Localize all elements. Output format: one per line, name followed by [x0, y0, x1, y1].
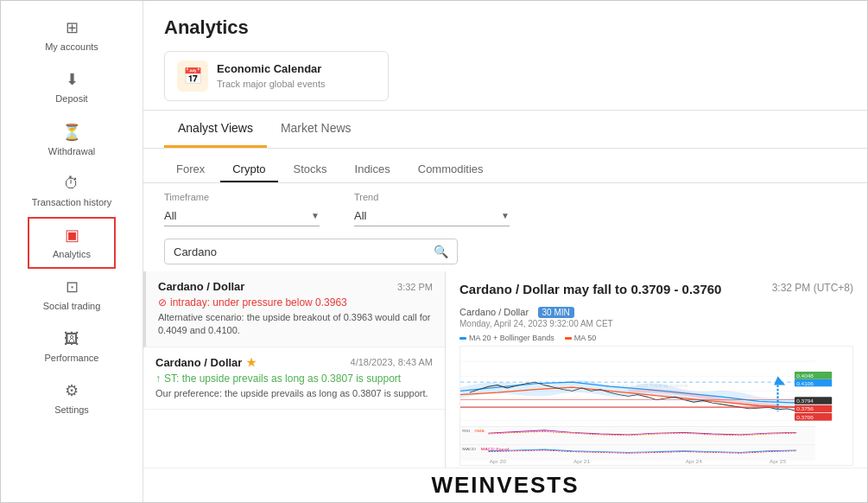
trend-select[interactable]: All ▼ — [354, 206, 510, 226]
trend-value: All — [354, 209, 366, 222]
star-icon: ★ — [246, 356, 257, 369]
item-title: Cardano / Dollar — [158, 280, 244, 293]
subtab-forex[interactable]: Forex — [164, 157, 217, 182]
chart-time: 3:32 PM (UTC+8) — [772, 282, 853, 294]
subtab-commodities[interactable]: Commodities — [406, 157, 496, 182]
svg-text:0.4106: 0.4106 — [796, 381, 814, 385]
promo-card[interactable]: 📅 Economic Calendar Track major global e… — [164, 51, 389, 101]
item-description: Alternative scenario: the upside breakou… — [158, 311, 433, 338]
search-row: 🔍 — [143, 235, 867, 271]
sidebar: ⊞ My accounts ⬇ Deposit ⏳ Withdrawal ⏱ T… — [1, 1, 143, 502]
sidebar-item-label: Deposit — [55, 92, 87, 105]
calendar-icon: 📅 — [177, 60, 208, 92]
svg-marker-6 — [774, 376, 785, 385]
trend-text: intraday: under pressure below 0.3963 — [170, 296, 347, 309]
list-item[interactable]: Cardano / Dollar 3:32 PM ⊘ intraday: und… — [143, 271, 445, 347]
trend-filter: Trend All ▼ — [354, 192, 510, 226]
subtab-stocks[interactable]: Stocks — [282, 157, 339, 182]
chart-subtitle-row: Cardano / Dollar 30 MIN — [459, 303, 853, 319]
svg-text:0.3706: 0.3706 — [796, 416, 814, 420]
page-header: Analytics 📅 Economic Calendar Track majo… — [143, 1, 867, 111]
legend-item: MA 50 — [565, 334, 597, 342]
trend-label: Trend — [354, 192, 510, 202]
timeframe-label: Timeframe — [164, 192, 320, 202]
sidebar-item-analytics[interactable]: ▣ Analytics — [28, 217, 117, 269]
sidebar-item-social-trading[interactable]: ⊡ Social trading — [28, 269, 117, 321]
weinvests-footer: WEINVESTS — [143, 468, 867, 502]
page-title: Analytics — [164, 16, 846, 39]
tab-analyst-views[interactable]: Analyst Views — [164, 111, 267, 148]
svg-text:RSI: RSI — [462, 430, 470, 433]
timeframe-value: All — [164, 209, 176, 222]
chart-area: 0.4106 0.4048 0.3794 0.3756 0.3706 Power… — [459, 346, 853, 466]
sidebar-item-label: Transaction history — [32, 196, 112, 208]
settings-icon: ⚙ — [65, 381, 79, 400]
svg-text:0.3794: 0.3794 — [796, 399, 814, 404]
promo-text: Economic Calendar Track major global eve… — [217, 62, 326, 91]
search-box[interactable]: 🔍 — [164, 239, 458, 264]
weinvests-logo: WEINVESTS — [431, 472, 579, 499]
app-container: ⊞ My accounts ⬇ Deposit ⏳ Withdrawal ⏱ T… — [0, 0, 868, 503]
analytics-icon: ▣ — [65, 226, 79, 245]
search-input[interactable] — [174, 245, 427, 258]
timeframe-badge: 30 MIN — [538, 307, 574, 318]
my-accounts-icon: ⊞ — [66, 18, 79, 37]
timeframe-filter: Timeframe All ▼ — [164, 192, 320, 226]
item-trend: ↑ ST: the upside prevails as long as 0.3… — [155, 372, 433, 385]
sidebar-item-label: Analytics — [53, 248, 91, 260]
timeframe-arrow: ▼ — [311, 211, 320, 220]
sidebar-item-label: Withdrawal — [48, 145, 95, 157]
promo-subtitle: Track major global events — [217, 79, 326, 89]
item-title: Cardano / Dollar ★ — [155, 356, 257, 369]
svg-text:Powered © 2022 Trading Central: Powered © 2022 Trading Central — [606, 384, 687, 388]
sidebar-item-deposit[interactable]: ⬇ Deposit — [28, 61, 117, 113]
item-time: 4/18/2023, 8:43 AM — [351, 357, 433, 367]
svg-text:SMA: SMA — [474, 430, 485, 433]
chart-title: Cardano / Dollar may fall to 0.3709 - 0.… — [459, 282, 721, 296]
svg-text:MACD: MACD — [462, 447, 476, 450]
subtab-indices[interactable]: Indices — [343, 157, 402, 182]
trend-icon: ⊘ — [158, 296, 167, 309]
item-trend: ⊘ intraday: under pressure below 0.3963 — [158, 296, 433, 309]
item-header: Cardano / Dollar ★ 4/18/2023, 8:43 AM — [155, 356, 433, 369]
trend-arrow: ▼ — [501, 211, 510, 220]
sidebar-item-label: My accounts — [45, 41, 98, 53]
item-time: 3:32 PM — [397, 282, 433, 292]
transaction-history-icon: ⏱ — [64, 175, 79, 193]
item-header: Cardano / Dollar 3:32 PM — [158, 280, 433, 293]
trend-text: ST: the upside prevails as long as 0.380… — [164, 372, 401, 385]
sidebar-item-transaction-history[interactable]: ⏱ Transaction history — [28, 166, 117, 217]
legend-item: MA 20 + Bollinger Bands — [459, 334, 554, 342]
sidebar-item-my-accounts[interactable]: ⊞ My accounts — [28, 10, 117, 61]
sidebar-item-withdrawal[interactable]: ⏳ Withdrawal — [28, 114, 117, 166]
svg-text:0.3756: 0.3756 — [796, 407, 814, 411]
chart-svg: 0.4106 0.4048 0.3794 0.3756 0.3706 Power… — [460, 347, 852, 465]
sidebar-item-label: Social trading — [43, 300, 101, 312]
svg-text:Apr 24: Apr 24 — [686, 460, 703, 464]
search-icon: 🔍 — [434, 245, 448, 258]
svg-text:Apr 20: Apr 20 — [490, 460, 507, 464]
item-description: Our preference: the upside prevails as l… — [155, 387, 433, 400]
social-trading-icon: ⊡ — [66, 277, 79, 296]
svg-text:Apr 25: Apr 25 — [770, 460, 786, 464]
chart-instrument: Cardano / Dollar — [459, 307, 529, 317]
sidebar-item-label: Performance — [45, 352, 99, 364]
sidebar-item-settings[interactable]: ⚙ Settings — [28, 372, 117, 424]
main-tabs: Analyst ViewsMarket News — [143, 111, 867, 149]
sidebar-item-performance[interactable]: 🖼 Performance — [28, 322, 117, 372]
performance-icon: 🖼 — [64, 330, 79, 348]
withdrawal-icon: ⏳ — [62, 123, 81, 142]
svg-text:Apr 21: Apr 21 — [573, 460, 590, 464]
subtabs: ForexCryptoStocksIndicesCommodities — [143, 149, 867, 183]
sidebar-item-label: Settings — [54, 404, 89, 416]
promo-title: Economic Calendar — [217, 62, 326, 75]
chart-date: Monday, April 24, 2023 9:32:00 AM CET — [459, 319, 853, 328]
timeframe-select[interactable]: All ▼ — [164, 206, 320, 226]
svg-text:0.4048: 0.4048 — [796, 374, 814, 379]
list-item[interactable]: Cardano / Dollar ★ 4/18/2023, 8:43 AM ↑ … — [143, 347, 445, 410]
deposit-icon: ⬇ — [66, 70, 79, 89]
tab-market-news[interactable]: Market News — [267, 111, 365, 148]
subtab-crypto[interactable]: Crypto — [220, 157, 277, 182]
chart-header: Cardano / Dollar may fall to 0.3709 - 0.… — [459, 282, 853, 296]
chart-legend: MA 20 + Bollinger BandsMA 50 — [459, 334, 853, 342]
